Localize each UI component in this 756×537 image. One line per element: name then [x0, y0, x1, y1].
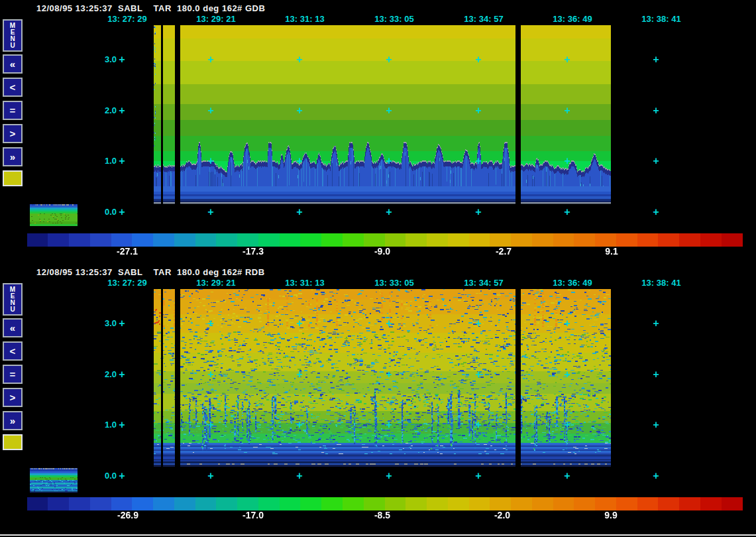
colorbar-value-label: 9.1: [605, 246, 618, 257]
time-tick-label: 13: 38: 41: [641, 278, 680, 288]
altitude-label: 2.0: [105, 369, 117, 379]
colorbar-labels: -26.9-17.0-8.5-2.09.9: [0, 510, 756, 522]
colorbar-labels: -27.1-17.3-9.0-2.79.1: [0, 246, 756, 258]
colorbar-value-label: -17.3: [243, 246, 264, 257]
grid-plus-mark: +: [652, 105, 660, 116]
grid-plus-mark: +: [296, 318, 303, 329]
grid-plus-mark: +: [296, 471, 303, 481]
grid-plus-mark: +: [563, 207, 571, 217]
colorbar-value-label: -2.0: [494, 510, 510, 520]
grid-plus-mark: +: [563, 318, 571, 329]
grid-plus-mark: +: [474, 54, 482, 65]
time-tick-label: 13: 33: 05: [374, 278, 413, 288]
grid-plus-mark: +: [652, 471, 660, 481]
grid-plus-mark: +: [118, 471, 126, 481]
altitude-label: 1.0: [105, 420, 117, 430]
grid-plus-mark: +: [474, 420, 482, 430]
grid-plus-mark: +: [207, 471, 215, 481]
grid-plus-mark: +: [474, 156, 482, 166]
grid-plus-mark: +: [474, 471, 482, 481]
grid-plus-mark: +: [652, 318, 660, 329]
grid-plus-mark: +: [563, 369, 571, 380]
time-tick-label: 13: 29: 21: [196, 278, 235, 288]
colorbar-value-label: 9.9: [604, 510, 617, 520]
time-tick-label: 13: 31: 13: [285, 14, 324, 24]
grid-plus-mark: +: [207, 369, 215, 380]
gdb-backscatter-plot: [154, 25, 611, 204]
grid-plus-mark: +: [563, 471, 571, 481]
grid-plus-mark: +: [385, 207, 393, 217]
colorbar-value-label: -17.0: [243, 510, 264, 520]
time-tick-label: 13: 36: 49: [553, 14, 592, 24]
grid-plus-mark: +: [474, 318, 482, 329]
grid-plus-mark: +: [207, 420, 215, 430]
panel-rdb: 12/08/95 13:25:37 SABL TAR 180.0 deg 162…: [0, 264, 756, 537]
grid-plus-mark: +: [563, 420, 571, 430]
overview-thumbnail[interactable]: [30, 204, 78, 226]
grid-plus-mark: +: [385, 471, 393, 481]
colorbar: [27, 233, 743, 247]
grid-plus-mark: +: [296, 207, 303, 217]
grid-plus-mark: +: [296, 420, 303, 430]
grid-plus-mark: +: [207, 105, 215, 116]
panel-gdb: 12/08/95 13:25:37 SABL TAR 180.0 deg 162…: [0, 0, 756, 273]
colorbar-value-label: -9.0: [374, 246, 390, 257]
time-tick-label: 13: 38: 41: [641, 14, 680, 24]
altitude-label: 3.0: [105, 318, 117, 328]
grid-plus-mark: +: [652, 54, 660, 65]
grid-plus-mark: +: [385, 420, 393, 430]
grid-plus-mark: +: [563, 105, 571, 116]
grid-plus-mark: +: [296, 369, 303, 380]
altitude-label: 0.0: [105, 207, 117, 217]
grid-plus-mark: +: [652, 207, 660, 217]
altitude-label: 1.0: [105, 156, 117, 166]
window-bottom-edge: [0, 534, 756, 536]
time-tick-label: 13: 31: 13: [285, 278, 324, 288]
time-tick-label: 13: 33: 05: [374, 14, 413, 24]
time-tick-label: 13: 34: 57: [464, 278, 503, 288]
grid-plus-mark: +: [296, 156, 303, 166]
colorbar-value-label: -26.9: [117, 510, 138, 520]
altitude-axis: 3.02.01.00.0: [0, 264, 117, 489]
colorbar-value-label: -2.7: [496, 246, 512, 257]
altitude-label: 2.0: [105, 105, 117, 115]
grid-plus-mark: +: [474, 105, 482, 116]
grid-plus-mark: +: [207, 318, 215, 329]
grid-plus-mark: +: [296, 105, 303, 116]
altitude-label: 3.0: [105, 54, 117, 64]
grid-plus-mark: +: [207, 207, 215, 217]
time-tick-label: 13: 36: 49: [553, 278, 592, 288]
colorbar: [27, 497, 743, 510]
grid-plus-mark: +: [207, 54, 215, 65]
colorbar-value-label: -8.5: [374, 510, 390, 520]
grid-plus-mark: +: [652, 420, 660, 430]
grid-plus-mark: +: [118, 156, 126, 166]
grid-plus-mark: +: [118, 318, 126, 329]
grid-plus-mark: +: [385, 54, 393, 65]
grid-plus-mark: +: [385, 105, 393, 116]
grid-plus-mark: +: [385, 369, 393, 380]
grid-plus-mark: +: [207, 156, 215, 166]
grid-plus-mark: +: [118, 207, 126, 217]
grid-plus-mark: +: [652, 369, 660, 380]
time-tick-label: 13: 34: 57: [464, 14, 503, 24]
grid-plus-mark: +: [385, 318, 393, 329]
grid-plus-mark: +: [118, 369, 126, 380]
grid-plus-mark: +: [296, 54, 303, 65]
grid-plus-mark: +: [385, 156, 393, 166]
grid-plus-mark: +: [474, 207, 482, 217]
grid-plus-mark: +: [474, 369, 482, 380]
grid-plus-mark: +: [118, 54, 126, 65]
grid-plus-mark: +: [118, 420, 126, 430]
time-tick-label: 13: 29: 21: [196, 14, 235, 24]
sabl-lidar-display: 12/08/95 13:25:37 SABL TAR 180.0 deg 162…: [0, 0, 756, 537]
grid-plus-mark: +: [118, 105, 126, 116]
altitude-axis: 3.02.01.00.0: [0, 0, 117, 225]
colorbar-value-label: -27.1: [117, 246, 138, 257]
grid-plus-mark: +: [563, 54, 571, 65]
altitude-label: 0.0: [105, 471, 117, 481]
rdb-backscatter-plot: [154, 289, 611, 467]
grid-plus-mark: +: [563, 156, 571, 166]
overview-thumbnail[interactable]: [30, 468, 78, 493]
grid-plus-mark: +: [652, 156, 660, 166]
